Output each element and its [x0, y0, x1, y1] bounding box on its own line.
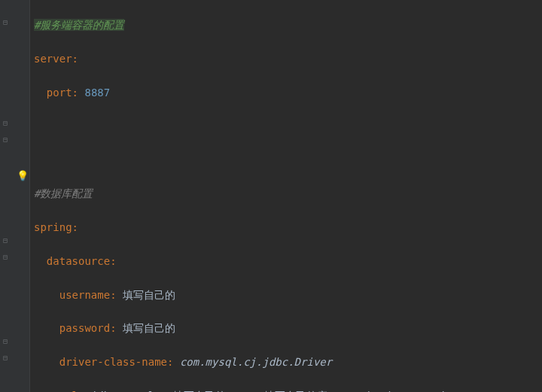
code-line: #服务端容器的配置: [34, 17, 542, 33]
yaml-key: server: [34, 53, 72, 65]
colon: :: [72, 87, 78, 99]
code-line: driver-class-name: com.mysql.cj.jdbc.Dri…: [34, 354, 542, 370]
code-line: username: 填写自己的: [34, 287, 542, 303]
fold-marker[interactable]: ⊟: [3, 336, 8, 348]
fold-marker[interactable]: ⊟: [3, 17, 8, 29]
fold-marker[interactable]: ⊟: [3, 235, 8, 247]
yaml-key: password: [59, 322, 110, 334]
fold-marker[interactable]: ⊟: [3, 352, 8, 364]
code-line: [34, 152, 542, 169]
editor-gutter[interactable]: ⊟ ⊟ ⊟ ⊟ ⊟ ⊟ ⊟ 💡: [0, 0, 30, 392]
colon: :: [72, 53, 78, 65]
lightbulb-icon[interactable]: 💡: [17, 169, 29, 184]
yaml-value: 填写自己的: [123, 289, 175, 301]
comment-text: #服务端容器的配置: [34, 19, 124, 31]
code-line: spring:: [34, 219, 542, 236]
code-line: url: jdbc:mysql://填写自己的:3306/填写自己的库?useU…: [34, 387, 542, 392]
code-line: password: 填写自己的: [34, 320, 542, 336]
yaml-value: 8887: [84, 87, 110, 99]
code-line: datasource:: [34, 253, 542, 269]
yaml-key: driver-class-name: [59, 356, 167, 368]
colon: :: [110, 322, 116, 334]
comment-text: #数据库配置: [34, 187, 93, 199]
yaml-key: spring: [34, 221, 72, 233]
yaml-key: username: [59, 289, 110, 301]
yaml-value: 填写自己的: [123, 322, 175, 334]
colon: :: [72, 221, 78, 233]
code-line: server:: [34, 50, 542, 67]
code-line: [34, 118, 542, 135]
code-line: port: 8887: [34, 84, 542, 101]
fold-marker[interactable]: ⊟: [3, 117, 8, 129]
colon: :: [110, 289, 116, 301]
code-line: #数据库配置: [34, 185, 542, 202]
fold-marker[interactable]: ⊟: [3, 134, 8, 146]
fold-marker[interactable]: ⊟: [3, 251, 8, 263]
colon: :: [110, 255, 116, 267]
code-editor-content[interactable]: #服务端容器的配置 server: port: 8887 #数据库配置 spri…: [0, 0, 542, 392]
yaml-key: port: [47, 87, 72, 99]
yaml-key: datasource: [47, 255, 110, 267]
yaml-value: com.mysql.cj.jdbc.Driver: [180, 356, 332, 368]
colon: :: [167, 356, 173, 368]
